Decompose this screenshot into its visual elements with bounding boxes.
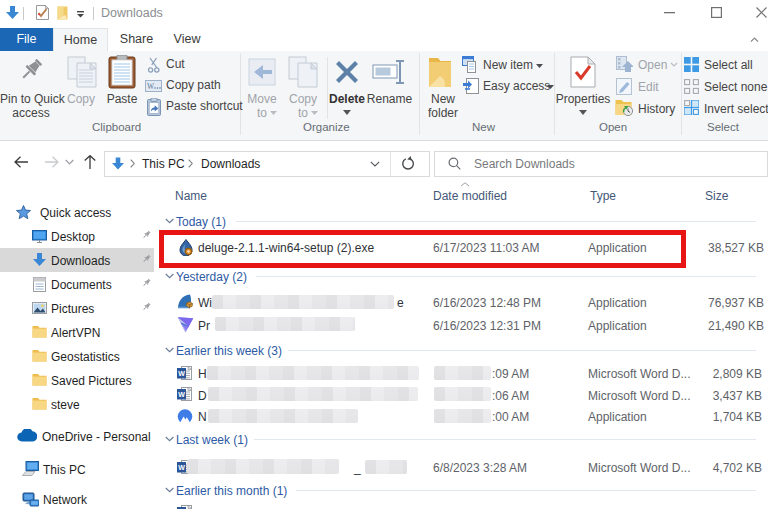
svg-text:W: W	[147, 82, 155, 91]
